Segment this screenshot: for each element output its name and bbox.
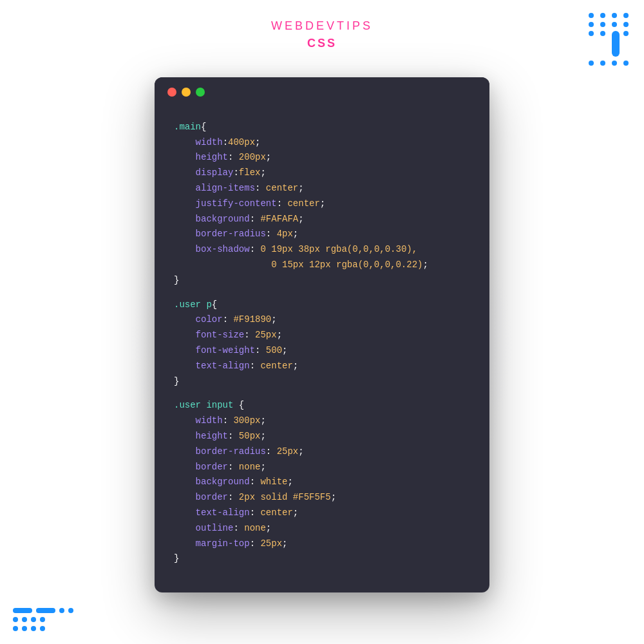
code-line: justify-content: center; [174, 196, 470, 212]
code-line: } [174, 374, 470, 390]
deco-dot-7 [13, 626, 18, 631]
code-line: .main{ [174, 120, 470, 135]
code-line: } [174, 273, 470, 289]
deco-row-3 [13, 626, 73, 631]
code-line: outline: none; [174, 521, 470, 536]
deco-dot-4 [22, 617, 27, 622]
dot-3 [612, 13, 617, 18]
code-line: display:flex; [174, 166, 470, 181]
empty-line [174, 389, 470, 398]
code-line: text-align: center; [174, 359, 470, 374]
empty-line [174, 289, 470, 298]
deco-row-1 [13, 608, 73, 613]
dot-12 [623, 31, 629, 36]
code-line: height: 200px; [174, 150, 470, 166]
deco-dot-1 [59, 608, 64, 613]
dot-15 [612, 61, 617, 66]
dot-16 [623, 61, 629, 66]
code-line: font-weight: 500; [174, 343, 470, 359]
dot-2 [600, 13, 605, 18]
code-line: .user p{ [174, 298, 470, 313]
close-button-icon[interactable] [167, 88, 176, 97]
dot-5 [589, 22, 594, 27]
code-line: margin-top: 25px; [174, 536, 470, 552]
code-line: background: white; [174, 475, 470, 490]
code-line: text-align: center; [174, 506, 470, 521]
code-line: color: #F91890; [174, 312, 470, 328]
minimize-button-icon[interactable] [182, 88, 191, 97]
deco-dot-2 [68, 608, 73, 613]
code-line: width: 300px; [174, 413, 470, 429]
editor-wrapper: .main{ width:400px; height: 200px; displ… [155, 52, 489, 592]
dot-6 [600, 22, 605, 27]
section-label: CSS [271, 37, 373, 50]
dot-9 [589, 31, 594, 36]
dot-8 [623, 22, 629, 27]
dot-4 [623, 13, 629, 18]
code-line: box-shadow: 0 19px 38px rgba(0,0,0,0.30)… [174, 242, 470, 258]
deco-bottom-left [13, 608, 73, 631]
code-line: .user input { [174, 398, 470, 413]
dot-bar-large [612, 31, 620, 57]
code-line: } [174, 551, 470, 567]
deco-row-2 [13, 617, 73, 622]
maximize-button-icon[interactable] [196, 88, 205, 97]
dot-10 [600, 31, 605, 36]
deco-dot-5 [31, 617, 36, 622]
deco-bar-1 [13, 608, 32, 613]
code-line: width:400px; [174, 135, 470, 151]
dot-13 [589, 61, 594, 66]
deco-dot-6 [40, 617, 45, 622]
code-line: height: 50px; [174, 429, 470, 444]
code-line: font-size: 25px; [174, 328, 470, 343]
site-title: WEBDEVTIPS [271, 19, 373, 33]
page-header: WEBDEVTIPS CSS [271, 19, 373, 50]
dot-14 [600, 61, 605, 66]
code-line: background: #FAFAFA; [174, 212, 470, 227]
deco-bar-2 [36, 608, 55, 613]
code-line: border: none; [174, 460, 470, 475]
deco-dot-10 [40, 626, 45, 631]
code-line: border-radius: 25px; [174, 444, 470, 460]
deco-dot-9 [31, 626, 36, 631]
code-line: align-items: center; [174, 181, 470, 196]
code-editor-window: .main{ width:400px; height: 200px; displ… [155, 77, 489, 592]
code-line: border-radius: 4px; [174, 227, 470, 242]
code-line: 0 15px 12px rgba(0,0,0,0.22); [174, 258, 470, 273]
dot-1 [589, 13, 594, 18]
code-content: .main{ width:400px; height: 200px; displ… [155, 107, 489, 592]
dots-decoration-top-right [589, 13, 631, 66]
deco-dot-8 [22, 626, 27, 631]
deco-dot-3 [13, 617, 18, 622]
code-line: border: 2px solid #F5F5F5; [174, 490, 470, 506]
dot-7 [612, 22, 617, 27]
editor-titlebar [155, 77, 489, 107]
